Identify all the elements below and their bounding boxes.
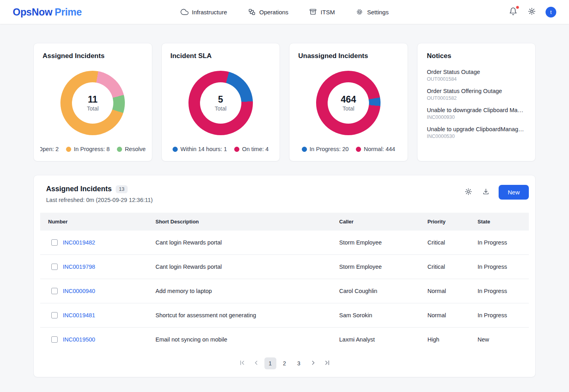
prev-page-button[interactable] [251,357,262,370]
avatar-letter: t [550,9,552,15]
incident-number-link[interactable]: INC0000940 [63,288,95,294]
cell-caller: Sam Sorokin [331,303,419,328]
row-checkbox[interactable] [51,264,58,270]
row-checkbox[interactable] [51,312,58,318]
column-header-number[interactable]: Number [40,213,148,231]
settings-gear-button[interactable] [527,6,537,17]
unassigned-incidents-donut: 464 Total [316,71,381,135]
incident-number-link[interactable]: INC0019500 [63,336,95,343]
notice-id: OUT0001584 [427,76,526,82]
notice-list: Order Status Outage OUT0001584 Order Sta… [424,69,529,139]
settings-icon [355,8,363,16]
donut-total-value: 11 [88,94,97,105]
brand-logo[interactable]: OpsNowPrime [13,6,82,18]
page-button-2[interactable]: 2 [279,357,291,369]
table-card-header-left: Assigned Incidents 13 Last refreshed: 0m… [46,185,153,203]
gear-icon [528,7,536,17]
first-page-button[interactable] [237,357,248,370]
summary-cards-row: Assigned Incidents 11 Total Open: 2 In P… [33,43,536,161]
legend-dot [302,147,307,152]
nav-item-infrastructure[interactable]: Infrastructure [181,8,227,16]
brand-primary: OpsNow [13,6,52,17]
donut-total-label: Total [87,105,99,112]
card-title: Notices [424,52,529,60]
page-button-3[interactable]: 3 [293,357,305,369]
card-unassigned-incidents: Unassigned Incidents 464 Total In Progre… [289,43,408,161]
last-page-icon [324,359,330,367]
legend-item: On time: 4 [234,146,269,152]
dashboard-main: Assigned Incidents 11 Total Open: 2 In P… [0,24,569,377]
new-incident-button[interactable]: New [499,185,529,200]
notification-badge-dot [516,6,519,9]
nav-item-operations[interactable]: Operations [248,8,288,16]
cell-state: In Progress [470,231,529,255]
last-page-button[interactable] [321,357,333,370]
incident-sla-donut: 5 Total [188,71,253,135]
legend-dot [117,147,122,152]
download-button[interactable] [481,187,491,198]
table-card-actions: New [464,185,529,200]
page-button-1[interactable]: 1 [264,357,276,369]
nav-label: Settings [367,9,388,16]
main-nav: Infrastructure Operations ITSM Settings [181,8,389,16]
incident-number-link[interactable]: INC0019482 [63,239,95,246]
column-header-state[interactable]: State [470,213,529,231]
notifications-button[interactable] [508,6,518,17]
cell-state: In Progress [470,279,529,303]
table-header-row: Number Short Description Caller Priority… [40,213,529,231]
nav-item-itsm[interactable]: ITSM [309,8,335,16]
last-refreshed-text: Last refreshed: 0m (2025-09-29 12:36:11) [46,197,153,203]
assigned-incidents-table-card: Assigned Incidents 13 Last refreshed: 0m… [33,175,536,377]
next-page-button[interactable] [307,357,319,370]
table-card-header: Assigned Incidents 13 Last refreshed: 0m… [40,185,529,203]
table-row: INC0019481 Shortcut for assessment not g… [40,303,529,328]
cell-priority: Critical [419,231,470,255]
notice-item[interactable]: Unable to downgrade Clipboard Mana... IN… [427,107,526,120]
cell-caller: Carol Coughlin [331,279,419,303]
chevron-left-icon [253,359,260,367]
legend-item: Open: 2 [40,146,59,152]
cell-state: In Progress [470,303,529,328]
cell-short-description: Add memory to laptop [148,279,331,303]
donut-total-value: 5 [218,94,223,105]
cell-short-description: Email not syncing on mobile [148,328,331,352]
incidents-table: Number Short Description Caller Priority… [40,213,529,351]
notice-item[interactable]: Unable to upgrade ClipboardManager ... I… [427,126,526,139]
cell-priority: Normal [419,279,470,303]
cell-state: In Progress [470,255,529,279]
table-row: INC0019500 Email not syncing on mobile L… [40,328,529,352]
cloud-icon [181,8,188,16]
notice-title: Unable to upgrade ClipboardManager ... [427,126,526,132]
notice-title: Order Status Offering Outage [427,88,526,94]
notice-title: Order Status Outage [427,69,526,75]
column-header-short-description[interactable]: Short Description [148,213,331,231]
cell-priority: Normal [419,303,470,328]
donut-chart-wrap: 5 Total [168,60,274,146]
row-checkbox[interactable] [51,239,58,246]
table-title: Assigned Incidents [46,185,112,193]
top-navbar: OpsNowPrime Infrastructure Operations IT… [0,0,569,24]
table-settings-button[interactable] [464,187,473,198]
gear-icon [464,188,472,197]
column-header-caller[interactable]: Caller [331,213,419,231]
notice-item[interactable]: Order Status Outage OUT0001584 [427,69,526,82]
cell-state: New [470,328,529,352]
column-header-priority[interactable]: Priority [419,213,470,231]
user-avatar[interactable]: t [546,7,556,17]
cell-short-description: Cant login Rewards portal [148,255,331,279]
row-checkbox[interactable] [51,336,58,343]
legend-dot [66,147,71,152]
card-title: Incident SLA [168,52,274,60]
legend-item: In Progress: 20 [302,146,349,152]
nav-label: Operations [259,9,288,16]
legend-item: In Progress: 8 [66,146,110,152]
incident-number-link[interactable]: INC0019798 [63,264,95,270]
row-checkbox[interactable] [51,288,58,294]
nav-item-settings[interactable]: Settings [355,8,388,16]
chart-legend: Within 14 hours: 1 On time: 4 [168,146,274,153]
cell-caller: Laxmi Analyst [331,328,419,352]
card-notices: Notices Order Status Outage OUT0001584 O… [417,43,536,161]
table-row: INC0019798 Cant login Rewards portal Sto… [40,255,529,279]
incident-number-link[interactable]: INC0019481 [63,312,95,318]
notice-item[interactable]: Order Status Offering Outage OUT0001582 [427,88,526,101]
